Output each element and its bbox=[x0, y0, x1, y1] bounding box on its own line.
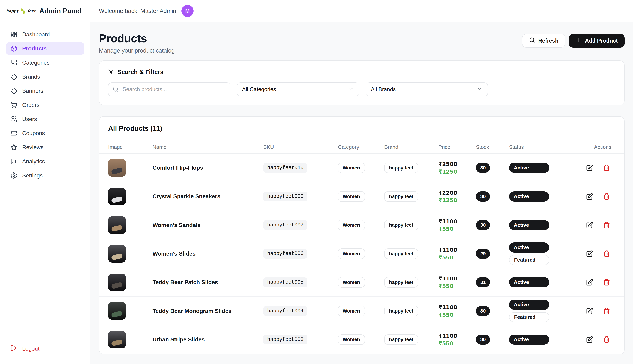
status-badge-active: Active bbox=[509, 220, 549, 230]
products-table-card: All Products (11) ImageNameSKUCategoryBr… bbox=[99, 116, 624, 354]
cart-icon bbox=[11, 102, 17, 108]
table-row: Crystal Sparkle Sneakershappyfeet009Wome… bbox=[99, 182, 624, 211]
tag-icon bbox=[11, 88, 17, 94]
column-header-image: Image bbox=[108, 144, 152, 150]
price-sale: ₹1250 bbox=[438, 197, 476, 203]
product-image-cell bbox=[108, 331, 152, 348]
search-filters-card: Search & Filters All Categories All Bran… bbox=[99, 60, 624, 105]
sidebar-item-products[interactable]: Products bbox=[6, 42, 84, 55]
filters-title-row: Search & Filters bbox=[108, 68, 615, 76]
status-cell: Active bbox=[509, 163, 582, 173]
delete-button[interactable] bbox=[603, 336, 610, 343]
brand-filter-select[interactable]: All Brands bbox=[366, 82, 488, 96]
category-badge: Women bbox=[338, 306, 365, 316]
logout-label: Logout bbox=[22, 346, 40, 352]
edit-button[interactable] bbox=[586, 279, 593, 286]
actions-cell bbox=[582, 308, 615, 314]
table-body: Comfort Flip-Flopshappyfeet010Womenhappy… bbox=[99, 154, 624, 354]
edit-icon bbox=[586, 279, 593, 286]
tree-icon bbox=[11, 59, 17, 66]
edit-button[interactable] bbox=[586, 193, 593, 200]
stock-badge: 29 bbox=[476, 249, 490, 259]
price-original: ₹2500 bbox=[438, 161, 476, 167]
sidebar-footer: Logout bbox=[0, 336, 90, 364]
sidebar-item-categories[interactable]: Categories bbox=[6, 56, 84, 69]
page-content: Products Manage your product catalog Ref… bbox=[90, 22, 633, 354]
product-sku: happyfeet004 bbox=[263, 306, 308, 316]
add-product-button[interactable]: Add Product bbox=[569, 34, 624, 48]
sidebar-item-dashboard[interactable]: Dashboard bbox=[6, 28, 84, 41]
delete-button[interactable] bbox=[603, 308, 610, 314]
sidebar-header: happy feet Admin Panel bbox=[0, 0, 90, 22]
funnel-icon bbox=[108, 68, 114, 74]
sidebar-item-label: Settings bbox=[22, 172, 43, 179]
brand-filter-value: All Brands bbox=[371, 86, 396, 92]
logout-icon bbox=[11, 345, 17, 351]
search-icon bbox=[112, 86, 119, 92]
delete-button[interactable] bbox=[603, 222, 610, 228]
edit-button[interactable] bbox=[586, 222, 593, 228]
edit-button[interactable] bbox=[586, 308, 593, 314]
filter-funnel-icon bbox=[108, 68, 114, 76]
sidebar-item-coupons[interactable]: Coupons bbox=[6, 126, 84, 140]
status-cell: Active bbox=[509, 334, 582, 344]
sidebar-item-banners[interactable]: Banners bbox=[6, 84, 84, 98]
table-row: Women's Sandalshappyfeet007Womenhappy fe… bbox=[99, 211, 624, 240]
product-thumbnail bbox=[108, 302, 126, 320]
chevron-icon bbox=[348, 86, 354, 92]
trash-icon bbox=[603, 336, 610, 343]
ticket-icon bbox=[11, 130, 17, 137]
actions-cell bbox=[582, 164, 615, 171]
price-sale: ₹550 bbox=[438, 312, 476, 318]
price-sale: ₹1250 bbox=[438, 168, 476, 175]
edit-button[interactable] bbox=[586, 164, 593, 171]
brand-badge: happy feet bbox=[384, 334, 418, 345]
sidebar-item-users[interactable]: Users bbox=[6, 112, 84, 126]
add-product-label: Add Product bbox=[585, 38, 618, 44]
status-cell: Active bbox=[509, 277, 582, 287]
sidebar-item-settings[interactable]: Settings bbox=[6, 169, 84, 182]
column-header-price: Price bbox=[438, 144, 476, 150]
delete-button[interactable] bbox=[603, 164, 610, 171]
dashboard-icon bbox=[11, 31, 17, 38]
user-avatar[interactable]: M bbox=[181, 5, 193, 17]
chevron-down-icon bbox=[477, 86, 483, 93]
stock-badge: 30 bbox=[476, 220, 490, 230]
product-name: Women's Sandals bbox=[153, 222, 263, 228]
edit-icon bbox=[586, 250, 593, 257]
sidebar-item-analytics[interactable]: Analytics bbox=[6, 155, 84, 168]
delete-button[interactable] bbox=[603, 193, 610, 200]
product-image-cell bbox=[108, 188, 152, 206]
sidebar-item-label: Reviews bbox=[22, 144, 44, 150]
chevron-down-icon bbox=[348, 86, 354, 93]
status-cell: ActiveFeatured bbox=[509, 300, 582, 322]
brand-badge: happy feet bbox=[384, 248, 418, 259]
status-badge-active: Active bbox=[509, 300, 549, 310]
price-original: ₹1100 bbox=[438, 247, 476, 253]
edit-button[interactable] bbox=[586, 250, 593, 257]
product-thumbnail bbox=[108, 159, 126, 177]
sidebar-item-reviews[interactable]: Reviews bbox=[6, 140, 84, 154]
sidebar-item-orders[interactable]: Orders bbox=[6, 98, 84, 112]
sidebar-item-brands[interactable]: Brands bbox=[6, 70, 84, 84]
stock-badge: 31 bbox=[476, 277, 490, 287]
category-badge: Women bbox=[338, 220, 365, 230]
price-sale: ₹550 bbox=[438, 254, 476, 261]
status-cell: Active bbox=[509, 220, 582, 230]
brand-badge: happy feet bbox=[384, 191, 418, 202]
package-icon bbox=[11, 45, 17, 52]
app-title: Admin Panel bbox=[39, 7, 81, 15]
edit-icon bbox=[586, 222, 593, 228]
edit-button[interactable] bbox=[586, 336, 593, 343]
table-row: Teddy Bear Patch Slideshappyfeet005Women… bbox=[99, 268, 624, 297]
search-input[interactable] bbox=[108, 82, 231, 96]
refresh-button[interactable]: Refresh bbox=[522, 34, 565, 48]
status-badge-active: Active bbox=[509, 191, 549, 202]
delete-button[interactable] bbox=[603, 250, 610, 257]
sidebar: happy feet Admin Panel DashboardProducts… bbox=[0, 0, 90, 364]
chevron-icon bbox=[477, 86, 483, 92]
category-filter-select[interactable]: All Categories bbox=[237, 82, 359, 96]
delete-button[interactable] bbox=[603, 279, 610, 286]
logout-button[interactable]: Logout bbox=[7, 342, 44, 355]
price-original: ₹1100 bbox=[438, 218, 476, 224]
